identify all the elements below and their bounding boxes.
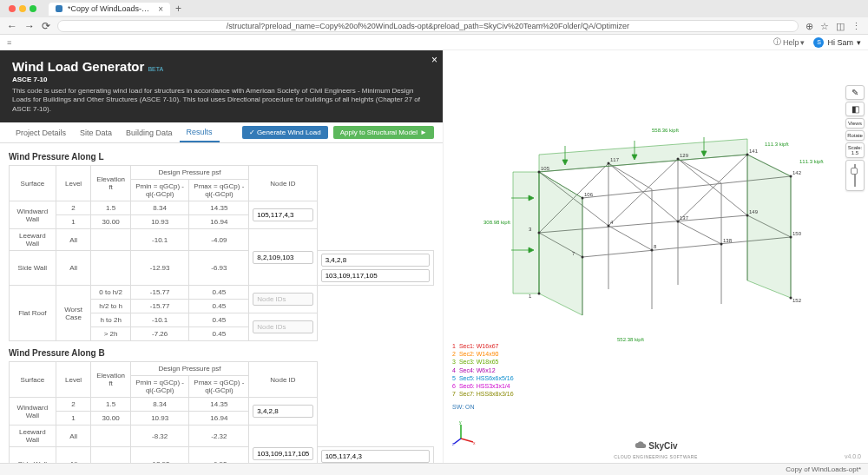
avatar: S — [813, 37, 824, 48]
node-id-input[interactable] — [321, 254, 430, 267]
table-row: Windward Wall21.58.3414.35 — [10, 201, 434, 215]
panel-description: This code is used for generating wind lo… — [12, 87, 431, 114]
svg-text:111.3 kipft: 111.3 kipft — [799, 159, 824, 164]
table-row: 130.0010.9316.94 — [10, 412, 434, 426]
reload-button[interactable]: ⟳ — [42, 20, 50, 32]
legend-item: 5Sec5: HSS6x6x5/16 — [452, 374, 514, 382]
close-panel-icon[interactable]: × — [431, 54, 437, 66]
model-viewport[interactable]: 105 117 129 141 106 142 3 149 1 152 4 13… — [443, 50, 868, 463]
svg-text:149: 149 — [749, 209, 759, 214]
svg-text:558.36 kipft: 558.36 kipft — [652, 128, 679, 133]
wind-load-panel: Wind Load Generator BETA ASCE 7-10 This … — [0, 50, 443, 463]
svg-text:141: 141 — [749, 148, 759, 154]
legend-item: 3Sec3: W18x65 — [452, 358, 514, 366]
cloud-icon — [634, 439, 646, 452]
window-controls — [3, 5, 42, 12]
node-id-input[interactable] — [321, 269, 430, 282]
svg-point-52 — [538, 232, 541, 234]
table-row: Side WallAll-12.93-6.93 — [10, 251, 434, 286]
cube-tool[interactable]: ◧ — [845, 102, 865, 116]
panel-body[interactable]: Wind Pressure Along L SurfaceLevelElevat… — [0, 143, 443, 469]
close-tab-icon[interactable]: × — [158, 4, 163, 14]
tab-favicon — [56, 5, 62, 12]
svg-text:138: 138 — [723, 238, 733, 243]
node-id-input[interactable] — [253, 447, 312, 460]
svg-line-18 — [678, 221, 721, 244]
hamburger-menu-icon[interactable]: ≡ — [7, 38, 11, 47]
wind-table-along-b: SurfaceLevelElevation ftDesign Pressure … — [9, 361, 434, 469]
svg-text:105: 105 — [541, 166, 550, 171]
pencil-tool[interactable]: ✎ — [845, 85, 865, 100]
svg-text:x: x — [473, 440, 476, 445]
node-id-input[interactable] — [253, 405, 312, 418]
user-menu[interactable]: S Hi Sam ▾ — [813, 37, 861, 48]
node-id-input[interactable] — [253, 208, 312, 221]
tab-building-data[interactable]: Building Data — [119, 122, 180, 142]
apply-structural-model-button[interactable]: Apply to Structural Model ► — [333, 126, 434, 139]
back-button[interactable]: ← — [7, 20, 17, 32]
svg-text:106: 106 — [584, 192, 594, 197]
table-row: Flat RoofWorst Case0 to h/2-15.770.45 — [10, 286, 434, 300]
bookmark-icon[interactable]: ☆ — [820, 21, 829, 32]
svg-marker-26 — [539, 139, 747, 172]
scale-handle[interactable] — [851, 168, 858, 175]
views-button[interactable]: Views — [845, 118, 865, 129]
svg-text:552.38 kipft: 552.38 kipft — [617, 337, 644, 342]
svg-text:111.3 kipft: 111.3 kipft — [765, 142, 789, 147]
svg-line-81 — [454, 439, 461, 444]
section-title-along-l: Wind Pressure Along L — [9, 152, 434, 162]
tab-project-details[interactable]: Project Details — [9, 122, 73, 142]
help-menu[interactable]: ⓘ Help ▾ — [773, 36, 806, 48]
self-weight-toggle[interactable]: SW: ON — [452, 403, 514, 411]
legend-item: 6Sec6: HSS3x3x1/4 — [452, 382, 514, 390]
svg-line-79 — [461, 439, 473, 442]
user-greeting: Hi Sam — [827, 38, 853, 47]
extensions-icon[interactable]: ◫ — [836, 21, 845, 32]
panel-title: Wind Load Generator — [12, 59, 144, 74]
axis-gizmo: y x z — [452, 421, 477, 445]
panel-tabs: Project Details Site Data Building Data … — [0, 122, 443, 143]
scale-display: Scale: 1.5 — [845, 142, 865, 158]
table-row: 130.0010.9316.94 — [10, 215, 434, 229]
node-id-input[interactable] — [321, 450, 430, 463]
search-icon[interactable]: ⊕ — [806, 21, 813, 32]
legend-item: 1Sec1: W16x67 — [452, 342, 514, 350]
tab-title: *Copy of WindLoads-opt | SkyC — [68, 4, 153, 13]
view-toolbar: ✎ ◧ Views Rotate Scale: 1.5 — [845, 85, 865, 191]
generate-wind-load-button[interactable]: ✓ Generate Wind Load — [242, 126, 328, 139]
address-bar: ← → ⟳ /structural?preload_name=Copy%20of… — [0, 17, 868, 35]
legend-item: 4Sec4: W6x12 — [452, 366, 514, 374]
tab-results[interactable]: Results — [180, 122, 220, 142]
svg-line-17 — [608, 226, 652, 250]
svg-text:137: 137 — [680, 215, 689, 221]
svg-line-11 — [608, 163, 652, 189]
maximize-window-icon[interactable] — [30, 5, 36, 12]
rotate-button[interactable]: Rotate — [845, 130, 865, 141]
forward-button[interactable]: → — [24, 20, 35, 32]
table-row: Leeward WallAll-10.1-4.09 — [10, 229, 434, 251]
svg-point-64 — [582, 256, 584, 259]
svg-text:129: 129 — [680, 153, 689, 158]
node-id-input[interactable] — [253, 251, 312, 264]
table-row: Leeward WallAll-8.32-2.32 — [10, 426, 434, 447]
table-row: Windward Wall21.58.3414.35 — [10, 398, 434, 412]
close-window-icon[interactable] — [9, 5, 16, 12]
new-tab-button[interactable]: + — [175, 3, 181, 15]
svg-text:308.98 kipft: 308.98 kipft — [483, 220, 510, 225]
url-field[interactable]: /structural?preload_name=Copy%20of%20Win… — [57, 20, 799, 32]
menu-icon[interactable]: ⋮ — [852, 21, 861, 32]
section-legend: 1Sec1: W16x672Sec2: W14x903Sec3: W18x654… — [452, 342, 514, 411]
tab-site-data[interactable]: Site Data — [73, 122, 119, 142]
browser-tab[interactable]: *Copy of WindLoads-opt | SkyC × — [49, 3, 170, 16]
minimize-window-icon[interactable] — [19, 5, 26, 12]
svg-text:150: 150 — [792, 231, 802, 236]
svg-text:142: 142 — [792, 170, 802, 175]
status-filename: Copy of WindLoads-opt* — [786, 465, 861, 473]
svg-marker-29 — [747, 155, 791, 298]
svg-text:y: y — [459, 421, 462, 425]
structural-model[interactable]: 105 117 129 141 106 142 3 149 1 152 4 13… — [478, 111, 825, 354]
scale-slider[interactable] — [845, 160, 865, 191]
svg-marker-28 — [539, 172, 582, 315]
browser-chrome: *Copy of WindLoads-opt | SkyC × + ← → ⟳ … — [0, 0, 868, 35]
legend-item: 7Sec7: HSS8x8x3/16 — [452, 390, 514, 398]
